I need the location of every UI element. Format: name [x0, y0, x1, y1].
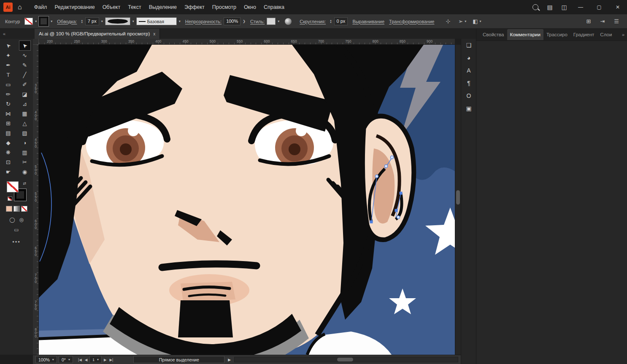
- rotate-tool[interactable]: ↻: [3, 99, 14, 108]
- ruler-vertical[interactable]: 3 5 04 0 04 5 05 0 05 5 06 0 06 5 07 0 0…: [33, 45, 39, 355]
- home-icon[interactable]: ⌂: [18, 3, 22, 11]
- opacity-more-icon[interactable]: ❯: [243, 19, 246, 23]
- next-artboard-icon[interactable]: ▶: [103, 358, 108, 362]
- type-tool[interactable]: T: [3, 70, 14, 79]
- recolor-artwork-icon[interactable]: ◧: [471, 18, 479, 24]
- artboard[interactable]: [39, 45, 455, 355]
- menu-item[interactable]: Выделение: [145, 0, 181, 14]
- menu-item[interactable]: Просмотр: [208, 0, 240, 14]
- paintbrush-tool[interactable]: ✐: [19, 80, 30, 89]
- brush-preview[interactable]: [105, 17, 130, 25]
- line-segment-tool[interactable]: ╱: [19, 70, 30, 79]
- document-setup-globe-icon[interactable]: [285, 18, 292, 25]
- menu-item[interactable]: Файл: [30, 0, 51, 14]
- status-expand-icon[interactable]: ▶: [228, 358, 231, 362]
- opacity-label[interactable]: Непрозрачность:: [185, 19, 222, 24]
- first-artboard-icon[interactable]: |◀: [77, 358, 83, 362]
- stroke-style-box[interactable]: Базовая: [136, 17, 177, 25]
- gradient-button[interactable]: [14, 206, 20, 212]
- panel-tab[interactable]: Слои: [597, 29, 615, 40]
- default-fill-stroke-icon[interactable]: [8, 197, 12, 201]
- document-tab-close-icon[interactable]: x: [153, 32, 155, 36]
- menu-item[interactable]: Текст: [124, 0, 145, 14]
- panel-tab[interactable]: Свойства: [480, 29, 507, 40]
- panel-tab[interactable]: Градиент: [570, 29, 597, 40]
- none-button[interactable]: [21, 206, 27, 212]
- stroke-style-caret-icon[interactable]: ▾: [179, 19, 181, 23]
- brush-caret-icon[interactable]: ▾: [132, 19, 134, 23]
- ruler-horizontal[interactable]: 2002503003504004505005506006507007508008…: [39, 39, 455, 45]
- menu-item[interactable]: Окно: [240, 0, 260, 14]
- menu-item[interactable]: Справка: [260, 0, 288, 14]
- color-panel-icon[interactable]: ◕: [461, 51, 476, 64]
- crop-image-icon[interactable]: ⊹: [444, 18, 451, 24]
- opentype-panel-icon[interactable]: O: [461, 89, 476, 102]
- prev-artboard-icon[interactable]: ◀: [84, 358, 89, 362]
- corners-label[interactable]: Скругления:: [300, 19, 326, 24]
- magic-wand-tool[interactable]: ✦: [3, 51, 14, 60]
- rotation-select[interactable]: 0° ▾: [59, 356, 73, 363]
- artboards-panel-icon[interactable]: ❏: [461, 39, 476, 51]
- width-tool[interactable]: ⋈: [3, 109, 14, 118]
- corners-field[interactable]: 0 px: [334, 17, 348, 25]
- hand-tool[interactable]: ☛: [3, 167, 14, 176]
- app-grid-icon[interactable]: ⊞: [585, 18, 592, 24]
- current-tool-status[interactable]: Прямое выделение: [133, 356, 224, 363]
- style-caret-icon[interactable]: ▾: [278, 19, 279, 23]
- pen-tool[interactable]: ✒: [3, 60, 14, 70]
- curvature-tool[interactable]: ✎: [19, 60, 30, 70]
- stroke-weight-label[interactable]: Обводка:: [57, 19, 77, 24]
- panel-toggle-icon[interactable]: ◫: [557, 0, 571, 14]
- paragraph-panel-icon[interactable]: ¶: [461, 77, 476, 89]
- zoom-select[interactable]: 100% ▾: [35, 356, 57, 363]
- transparency-panel-icon[interactable]: ▣: [461, 102, 476, 115]
- character-panel-icon[interactable]: A: [461, 64, 476, 77]
- mesh-tool[interactable]: ▤: [3, 128, 14, 138]
- fill-swatch-none[interactable]: [24, 18, 33, 25]
- stroke-caret-icon[interactable]: ▾: [51, 19, 52, 23]
- slice-tool[interactable]: ✂: [19, 157, 30, 167]
- graph-tool[interactable]: ▥: [19, 148, 30, 157]
- maximize-button[interactable]: ▢: [590, 0, 608, 14]
- selection-tool[interactable]: ➤: [3, 41, 14, 50]
- screen-mode-button[interactable]: ▭: [0, 227, 33, 233]
- artwork-canvas[interactable]: [39, 45, 455, 355]
- align-button[interactable]: Выравнивание: [352, 19, 384, 24]
- corners-stepper[interactable]: ▲ ▼: [330, 19, 332, 24]
- direct-selection-tool[interactable]: ➤: [19, 41, 30, 50]
- rectangle-tool[interactable]: ▭: [3, 80, 14, 89]
- ruler-origin[interactable]: [33, 39, 39, 45]
- perspective-grid-tool[interactable]: △: [19, 119, 30, 128]
- cluster-caret-icon[interactable]: ▾: [480, 19, 481, 23]
- flow-options-icon[interactable]: ⇥: [599, 18, 606, 24]
- color-button[interactable]: [6, 206, 12, 212]
- opacity-field[interactable]: 100%: [224, 17, 241, 25]
- artboard-number-field[interactable]: 1 ▾: [89, 356, 102, 363]
- style-label[interactable]: Стиль:: [250, 19, 265, 24]
- vertical-scrollbar[interactable]: [455, 45, 461, 355]
- panel-tab[interactable]: Трассиро: [543, 29, 570, 40]
- shape-builder-tool[interactable]: ⊞: [3, 119, 14, 128]
- isolate-selection-icon[interactable]: ➢: [457, 18, 464, 24]
- artboard-tool[interactable]: ⊡: [3, 157, 14, 167]
- horizontal-scrollbar-thumb[interactable]: [337, 358, 353, 361]
- draw-normal-icon[interactable]: ◯: [9, 217, 15, 223]
- lasso-tool[interactable]: ∿: [19, 51, 30, 60]
- menu-item[interactable]: Эффект: [181, 0, 208, 14]
- free-transform-tool[interactable]: ▦: [19, 109, 30, 118]
- transform-button[interactable]: Трансформирование: [389, 19, 434, 24]
- minimize-button[interactable]: —: [571, 0, 590, 14]
- pencil-tool[interactable]: ✏: [3, 89, 14, 99]
- eyedropper-tool[interactable]: ◆: [3, 138, 14, 147]
- eraser-tool[interactable]: ◪: [19, 89, 30, 99]
- stroke-weight-caret-icon[interactable]: ▾: [101, 19, 103, 23]
- scale-tool[interactable]: ⊿: [19, 99, 30, 108]
- draw-inside-icon[interactable]: ◎: [19, 217, 23, 223]
- fill-indicator-none[interactable]: [7, 181, 19, 192]
- graphic-style-swatch[interactable]: [267, 18, 276, 25]
- zoom-tool[interactable]: ◉: [19, 167, 30, 176]
- symbol-sprayer-tool[interactable]: ❋: [3, 148, 14, 157]
- cluster-caret-icon[interactable]: ▾: [465, 19, 466, 23]
- search-icon[interactable]: [528, 0, 543, 14]
- control-menu-icon[interactable]: ☰: [613, 18, 620, 24]
